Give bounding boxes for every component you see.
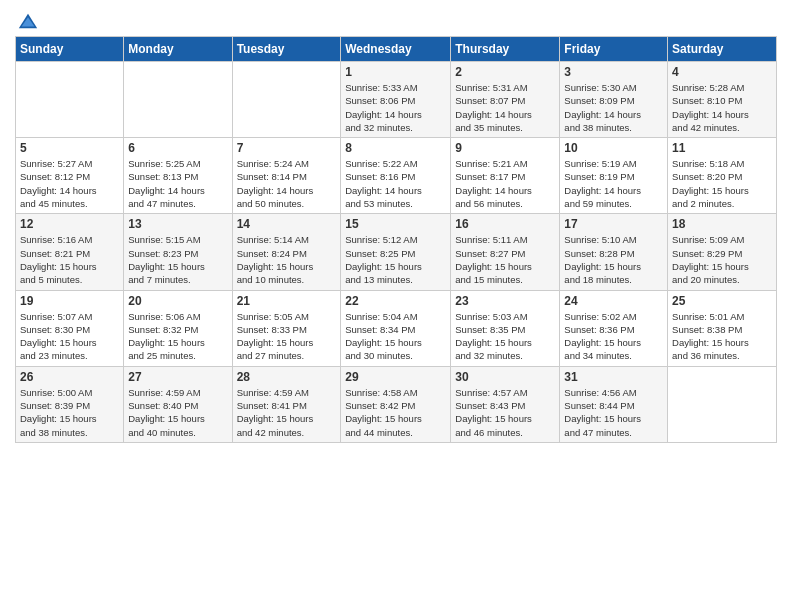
calendar-week-1: 1Sunrise: 5:33 AMSunset: 8:06 PMDaylight… xyxy=(16,62,777,138)
header xyxy=(15,10,777,28)
calendar-cell: 14Sunrise: 5:14 AMSunset: 8:24 PMDayligh… xyxy=(232,214,341,290)
col-header-saturday: Saturday xyxy=(668,37,777,62)
day-number: 19 xyxy=(20,294,119,308)
day-number: 11 xyxy=(672,141,772,155)
col-header-tuesday: Tuesday xyxy=(232,37,341,62)
calendar-cell: 13Sunrise: 5:15 AMSunset: 8:23 PMDayligh… xyxy=(124,214,232,290)
col-header-sunday: Sunday xyxy=(16,37,124,62)
day-info: Sunrise: 5:19 AMSunset: 8:19 PMDaylight:… xyxy=(564,157,663,210)
day-number: 6 xyxy=(128,141,227,155)
col-header-wednesday: Wednesday xyxy=(341,37,451,62)
calendar-cell: 3Sunrise: 5:30 AMSunset: 8:09 PMDaylight… xyxy=(560,62,668,138)
calendar-cell xyxy=(668,366,777,442)
day-info: Sunrise: 5:00 AMSunset: 8:39 PMDaylight:… xyxy=(20,386,119,439)
calendar-week-4: 19Sunrise: 5:07 AMSunset: 8:30 PMDayligh… xyxy=(16,290,777,366)
day-info: Sunrise: 5:12 AMSunset: 8:25 PMDaylight:… xyxy=(345,233,446,286)
day-number: 16 xyxy=(455,217,555,231)
day-info: Sunrise: 5:04 AMSunset: 8:34 PMDaylight:… xyxy=(345,310,446,363)
day-number: 9 xyxy=(455,141,555,155)
calendar-week-3: 12Sunrise: 5:16 AMSunset: 8:21 PMDayligh… xyxy=(16,214,777,290)
calendar-cell: 10Sunrise: 5:19 AMSunset: 8:19 PMDayligh… xyxy=(560,138,668,214)
calendar-cell: 2Sunrise: 5:31 AMSunset: 8:07 PMDaylight… xyxy=(451,62,560,138)
day-number: 20 xyxy=(128,294,227,308)
day-info: Sunrise: 4:57 AMSunset: 8:43 PMDaylight:… xyxy=(455,386,555,439)
day-info: Sunrise: 5:31 AMSunset: 8:07 PMDaylight:… xyxy=(455,81,555,134)
day-number: 23 xyxy=(455,294,555,308)
calendar-cell: 15Sunrise: 5:12 AMSunset: 8:25 PMDayligh… xyxy=(341,214,451,290)
day-number: 22 xyxy=(345,294,446,308)
day-info: Sunrise: 5:16 AMSunset: 8:21 PMDaylight:… xyxy=(20,233,119,286)
calendar-cell xyxy=(16,62,124,138)
day-number: 26 xyxy=(20,370,119,384)
day-number: 30 xyxy=(455,370,555,384)
day-info: Sunrise: 5:15 AMSunset: 8:23 PMDaylight:… xyxy=(128,233,227,286)
calendar-cell: 8Sunrise: 5:22 AMSunset: 8:16 PMDaylight… xyxy=(341,138,451,214)
calendar-cell: 26Sunrise: 5:00 AMSunset: 8:39 PMDayligh… xyxy=(16,366,124,442)
calendar-body: 1Sunrise: 5:33 AMSunset: 8:06 PMDaylight… xyxy=(16,62,777,443)
calendar-cell: 11Sunrise: 5:18 AMSunset: 8:20 PMDayligh… xyxy=(668,138,777,214)
day-number: 14 xyxy=(237,217,337,231)
day-number: 29 xyxy=(345,370,446,384)
day-number: 18 xyxy=(672,217,772,231)
day-info: Sunrise: 5:24 AMSunset: 8:14 PMDaylight:… xyxy=(237,157,337,210)
day-info: Sunrise: 5:07 AMSunset: 8:30 PMDaylight:… xyxy=(20,310,119,363)
col-header-friday: Friday xyxy=(560,37,668,62)
logo-icon xyxy=(17,10,39,32)
day-number: 8 xyxy=(345,141,446,155)
day-info: Sunrise: 5:02 AMSunset: 8:36 PMDaylight:… xyxy=(564,310,663,363)
calendar-cell: 27Sunrise: 4:59 AMSunset: 8:40 PMDayligh… xyxy=(124,366,232,442)
day-number: 17 xyxy=(564,217,663,231)
calendar-week-2: 5Sunrise: 5:27 AMSunset: 8:12 PMDaylight… xyxy=(16,138,777,214)
col-header-monday: Monday xyxy=(124,37,232,62)
calendar-cell: 25Sunrise: 5:01 AMSunset: 8:38 PMDayligh… xyxy=(668,290,777,366)
day-info: Sunrise: 4:59 AMSunset: 8:40 PMDaylight:… xyxy=(128,386,227,439)
calendar-cell: 22Sunrise: 5:04 AMSunset: 8:34 PMDayligh… xyxy=(341,290,451,366)
day-number: 12 xyxy=(20,217,119,231)
calendar-cell: 19Sunrise: 5:07 AMSunset: 8:30 PMDayligh… xyxy=(16,290,124,366)
calendar-cell: 12Sunrise: 5:16 AMSunset: 8:21 PMDayligh… xyxy=(16,214,124,290)
day-number: 4 xyxy=(672,65,772,79)
day-number: 21 xyxy=(237,294,337,308)
calendar-cell: 24Sunrise: 5:02 AMSunset: 8:36 PMDayligh… xyxy=(560,290,668,366)
day-info: Sunrise: 5:14 AMSunset: 8:24 PMDaylight:… xyxy=(237,233,337,286)
day-info: Sunrise: 5:30 AMSunset: 8:09 PMDaylight:… xyxy=(564,81,663,134)
calendar-cell: 4Sunrise: 5:28 AMSunset: 8:10 PMDaylight… xyxy=(668,62,777,138)
calendar-cell: 7Sunrise: 5:24 AMSunset: 8:14 PMDaylight… xyxy=(232,138,341,214)
day-info: Sunrise: 5:11 AMSunset: 8:27 PMDaylight:… xyxy=(455,233,555,286)
calendar-cell: 16Sunrise: 5:11 AMSunset: 8:27 PMDayligh… xyxy=(451,214,560,290)
day-number: 28 xyxy=(237,370,337,384)
logo xyxy=(15,10,39,28)
day-number: 13 xyxy=(128,217,227,231)
day-number: 7 xyxy=(237,141,337,155)
day-info: Sunrise: 5:25 AMSunset: 8:13 PMDaylight:… xyxy=(128,157,227,210)
day-number: 31 xyxy=(564,370,663,384)
day-info: Sunrise: 5:18 AMSunset: 8:20 PMDaylight:… xyxy=(672,157,772,210)
day-info: Sunrise: 5:27 AMSunset: 8:12 PMDaylight:… xyxy=(20,157,119,210)
col-header-thursday: Thursday xyxy=(451,37,560,62)
calendar-header-row: SundayMondayTuesdayWednesdayThursdayFrid… xyxy=(16,37,777,62)
day-info: Sunrise: 5:09 AMSunset: 8:29 PMDaylight:… xyxy=(672,233,772,286)
day-info: Sunrise: 5:10 AMSunset: 8:28 PMDaylight:… xyxy=(564,233,663,286)
calendar-cell: 9Sunrise: 5:21 AMSunset: 8:17 PMDaylight… xyxy=(451,138,560,214)
day-info: Sunrise: 5:21 AMSunset: 8:17 PMDaylight:… xyxy=(455,157,555,210)
calendar-cell xyxy=(232,62,341,138)
day-info: Sunrise: 4:58 AMSunset: 8:42 PMDaylight:… xyxy=(345,386,446,439)
day-number: 3 xyxy=(564,65,663,79)
day-number: 2 xyxy=(455,65,555,79)
calendar-cell: 31Sunrise: 4:56 AMSunset: 8:44 PMDayligh… xyxy=(560,366,668,442)
day-number: 10 xyxy=(564,141,663,155)
calendar-cell: 21Sunrise: 5:05 AMSunset: 8:33 PMDayligh… xyxy=(232,290,341,366)
calendar-cell: 6Sunrise: 5:25 AMSunset: 8:13 PMDaylight… xyxy=(124,138,232,214)
calendar-cell: 20Sunrise: 5:06 AMSunset: 8:32 PMDayligh… xyxy=(124,290,232,366)
day-info: Sunrise: 5:28 AMSunset: 8:10 PMDaylight:… xyxy=(672,81,772,134)
calendar-cell: 5Sunrise: 5:27 AMSunset: 8:12 PMDaylight… xyxy=(16,138,124,214)
day-number: 24 xyxy=(564,294,663,308)
day-info: Sunrise: 4:59 AMSunset: 8:41 PMDaylight:… xyxy=(237,386,337,439)
calendar-table: SundayMondayTuesdayWednesdayThursdayFrid… xyxy=(15,36,777,443)
day-number: 25 xyxy=(672,294,772,308)
day-info: Sunrise: 5:03 AMSunset: 8:35 PMDaylight:… xyxy=(455,310,555,363)
day-number: 27 xyxy=(128,370,227,384)
calendar-cell: 30Sunrise: 4:57 AMSunset: 8:43 PMDayligh… xyxy=(451,366,560,442)
day-info: Sunrise: 5:22 AMSunset: 8:16 PMDaylight:… xyxy=(345,157,446,210)
calendar-cell xyxy=(124,62,232,138)
